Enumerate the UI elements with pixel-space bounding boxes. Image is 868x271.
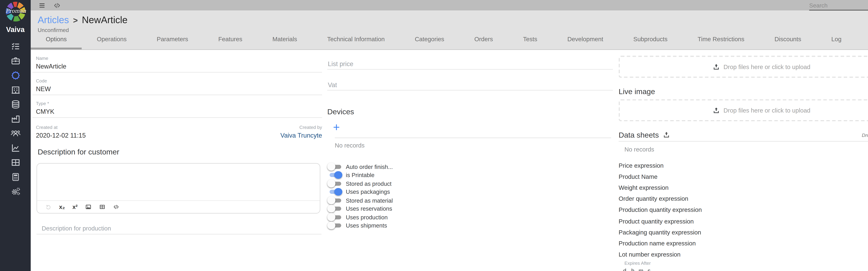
toggle-uses-packagings[interactable]: Uses packagings xyxy=(327,188,613,196)
toggle-stored-as-material[interactable]: Stored as material xyxy=(327,196,613,205)
sidebar-item-storage[interactable] xyxy=(0,97,31,111)
tab-time-restrictions[interactable]: Time Restrictions xyxy=(683,35,760,49)
type-value[interactable]: CMYK xyxy=(36,107,322,115)
unit-seconds: s xyxy=(645,267,653,271)
tab-discounts[interactable]: Discounts xyxy=(760,35,816,49)
tab-technical-information[interactable]: Technical Information xyxy=(312,35,400,49)
checklist-icon xyxy=(10,41,21,51)
tab-options[interactable]: Options xyxy=(31,35,82,49)
code-field[interactable]: Code NEW xyxy=(32,78,322,95)
sidebar-item-accounting[interactable] xyxy=(0,169,31,184)
sidebar-item-tasks[interactable] xyxy=(0,39,31,53)
article-flags: Auto order finish... is Printable Stored… xyxy=(327,162,613,230)
type-label: Type * xyxy=(36,101,322,106)
insert-table-button[interactable] xyxy=(99,204,105,210)
data-sheets-upload-button[interactable] xyxy=(663,131,670,139)
code-label: Code xyxy=(36,78,322,83)
superscript-button[interactable]: x² xyxy=(72,204,78,210)
description-production-field[interactable]: Description for production xyxy=(36,224,321,235)
expression-row-weight: Weight expression xyxy=(619,182,868,193)
list-price-field[interactable]: List price xyxy=(327,60,613,70)
tab-materials[interactable]: Materials xyxy=(257,35,312,49)
name-field[interactable]: Name NewArticle xyxy=(32,56,322,73)
sidebar-user-name: Vaiva xyxy=(6,26,25,34)
sidebar-item-tables[interactable] xyxy=(0,155,31,169)
switch[interactable] xyxy=(327,196,343,205)
switch[interactable] xyxy=(327,163,343,171)
brand-name: Proman xyxy=(5,8,25,14)
expires-after-label: Expires After xyxy=(619,261,868,266)
page-title: NewArticle xyxy=(82,15,127,25)
description-customer-editor: x₂ x² xyxy=(36,163,320,214)
tab-orders[interactable]: Orders xyxy=(459,35,508,49)
toggle-stored-as-product[interactable]: Stored as product xyxy=(327,179,613,188)
sidebar-item-articles[interactable] xyxy=(0,68,31,82)
expression-row-packaging-quantity: Packaging quantity expression xyxy=(619,226,868,238)
unit-hours: h xyxy=(629,267,637,271)
insert-image-button[interactable] xyxy=(85,204,92,210)
table-insert-icon xyxy=(99,204,105,210)
switch[interactable] xyxy=(327,180,343,188)
tab-development[interactable]: Development xyxy=(552,35,618,49)
live-image-upload-dropzone[interactable]: Drop files here or click to upload xyxy=(619,99,868,121)
users-icon xyxy=(10,128,21,138)
column-pricing: List price Vat Devices + No records Auto… xyxy=(327,50,613,230)
code-icon xyxy=(53,1,61,9)
toggle-uses-shipments[interactable]: Uses shipments xyxy=(327,221,613,230)
tab-features[interactable]: Features xyxy=(203,35,257,49)
code-value[interactable]: NEW xyxy=(36,85,322,93)
screenshot-root: Proman Vaiva xyxy=(0,0,868,271)
sidebar-item-company[interactable] xyxy=(0,82,31,97)
tab-operations[interactable]: Operations xyxy=(82,35,142,49)
created-by-link[interactable]: Vaiva Truncyte xyxy=(280,131,322,139)
upload-icon xyxy=(712,106,720,114)
switch[interactable] xyxy=(327,222,343,230)
breadcrumb-articles-link[interactable]: Articles xyxy=(38,15,69,25)
expires-units: d h m s xyxy=(619,267,868,271)
expression-row-product-name: Product Name xyxy=(619,171,868,182)
toggle-uses-production[interactable]: Uses production xyxy=(327,213,613,221)
image-upload-dropzone[interactable]: Drop files here or click to upload xyxy=(619,56,868,78)
description-production-placeholder: Description for production xyxy=(42,224,321,232)
devices-divider xyxy=(335,138,611,138)
toggle-auto-order-finish[interactable]: Auto order finish... xyxy=(327,162,613,171)
tab-categories[interactable]: Categories xyxy=(400,35,459,49)
sidebar-item-reports[interactable] xyxy=(0,140,31,155)
toggle-is-printable[interactable]: is Printable xyxy=(327,171,613,179)
sidebar-item-settings[interactable] xyxy=(0,184,31,198)
unit-minutes: m xyxy=(637,267,645,271)
rich-text-area[interactable] xyxy=(37,164,320,200)
sidebar-item-jobs[interactable] xyxy=(0,53,31,68)
undo-button[interactable] xyxy=(45,204,52,210)
unit-days: d xyxy=(621,267,628,271)
code-view-button[interactable] xyxy=(53,1,61,9)
toggle-uses-reservations[interactable]: Uses reservations xyxy=(327,205,613,213)
sidebar-item-production[interactable] xyxy=(0,111,31,126)
created-at-value: 2020-12-02 11:15 xyxy=(36,131,86,139)
status-badge: Unconfirmed xyxy=(38,27,69,33)
add-device-button[interactable]: + xyxy=(327,123,345,132)
switch[interactable] xyxy=(327,213,343,221)
tab-subproducts[interactable]: Subproducts xyxy=(618,35,683,49)
code-view-toggle[interactable] xyxy=(113,204,119,210)
expression-list: Price expression Product Name Weight exp… xyxy=(619,160,868,260)
vat-field[interactable]: Vat xyxy=(327,81,613,90)
list-price-label: List price xyxy=(328,60,613,67)
tab-log[interactable]: Log xyxy=(816,35,857,49)
switch[interactable] xyxy=(327,171,343,179)
hamburger-menu-button[interactable] xyxy=(38,1,45,9)
type-field[interactable]: Type * CMYK xyxy=(32,101,322,118)
switch[interactable] xyxy=(327,188,343,196)
hamburger-menu-icon xyxy=(38,1,45,9)
building-icon xyxy=(10,84,21,95)
name-value[interactable]: NewArticle xyxy=(36,62,322,70)
tab-tests[interactable]: Tests xyxy=(508,35,552,49)
tab-parameters[interactable]: Parameters xyxy=(142,35,203,49)
switch[interactable] xyxy=(327,205,343,213)
sidebar-item-users[interactable] xyxy=(0,126,31,140)
created-by-label: Created by xyxy=(280,125,322,130)
expression-row-lot-number: Lot number expression xyxy=(619,249,868,260)
subscript-button[interactable]: x₂ xyxy=(59,204,65,210)
proman-logo-icon[interactable]: Proman xyxy=(5,2,25,21)
search-input[interactable] xyxy=(809,2,868,10)
